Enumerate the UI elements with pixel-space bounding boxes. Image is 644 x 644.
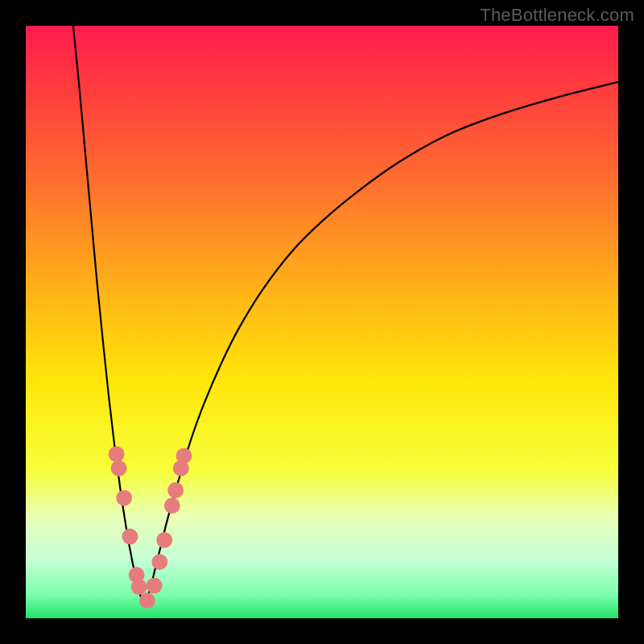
fit-bead	[167, 482, 184, 498]
fit-bead	[109, 446, 125, 462]
chart-svg	[26, 26, 618, 618]
fit-bead	[164, 497, 180, 514]
fit-bead	[139, 592, 155, 609]
fit-bead	[111, 460, 127, 477]
watermark-text: TheBottleneck.com	[480, 5, 634, 26]
fit-bead	[151, 554, 167, 570]
heat-background	[26, 26, 618, 618]
fit-bead	[156, 532, 172, 548]
fit-bead	[122, 528, 138, 544]
fit-bead	[147, 578, 163, 594]
fit-bead	[131, 579, 147, 595]
fit-bead	[116, 490, 132, 506]
fit-bead	[176, 448, 192, 464]
chart-frame: TheBottleneck.com	[0, 0, 644, 644]
plot-area	[26, 26, 618, 618]
